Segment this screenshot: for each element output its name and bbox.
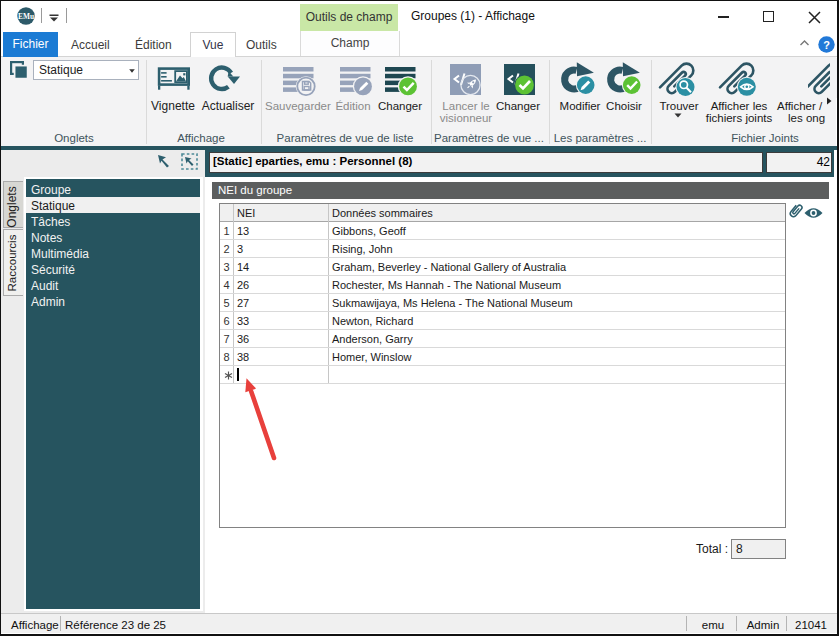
- svg-text:EMu: EMu: [18, 12, 34, 21]
- svg-text:?: ?: [823, 39, 830, 51]
